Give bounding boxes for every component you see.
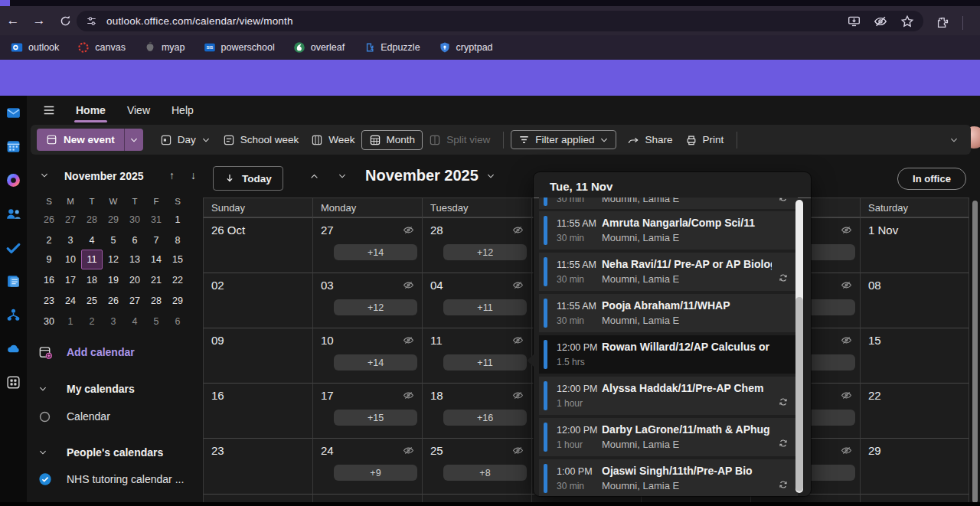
- day-cell-23[interactable]: 23: [203, 438, 312, 494]
- tab-view[interactable]: View: [126, 101, 152, 119]
- mini-calendar-day[interactable]: 24: [60, 291, 81, 311]
- day-cell-26-oct[interactable]: 26 Oct: [203, 217, 312, 273]
- mini-calendar-day[interactable]: 31: [145, 210, 167, 230]
- day-view-button[interactable]: Day: [154, 130, 217, 150]
- mini-calendar-next-icon[interactable]: ↓: [191, 169, 196, 181]
- next-month-icon[interactable]: [338, 171, 347, 181]
- presence-button[interactable]: In office: [897, 168, 966, 190]
- rail-word[interactable]: [0, 264, 27, 298]
- more-events-badge[interactable]: +14: [334, 354, 417, 371]
- more-events-badge[interactable]: +9: [334, 465, 417, 481]
- hamburger-icon[interactable]: [42, 103, 56, 117]
- rail-calendar[interactable]: [0, 129, 27, 163]
- extensions-icon[interactable]: [936, 16, 949, 29]
- rail-org-explorer[interactable]: [0, 298, 27, 331]
- bookmark-overleaf[interactable]: overleaf: [284, 38, 354, 57]
- more-events-badge[interactable]: +11: [443, 299, 527, 315]
- mini-calendar-day[interactable]: 22: [167, 270, 188, 290]
- previous-month-icon[interactable]: [309, 171, 319, 181]
- mini-calendar-day[interactable]: 17: [60, 270, 81, 290]
- checked-calendar-icon[interactable]: [38, 472, 52, 486]
- event-item[interactable]: 11:55 AM30 minPooja Abraham/11/WHAPMoumn…: [539, 294, 798, 332]
- mini-calendar-day[interactable]: 28: [81, 210, 103, 230]
- bookmark-star-icon[interactable]: [900, 15, 914, 28]
- calendar-item[interactable]: Calendar: [27, 408, 203, 425]
- event-item-partial[interactable]: 30 minMoumni, Lamia E: [539, 198, 798, 209]
- event-item[interactable]: 1:00 PM30 minOjaswi Singh/11th/Pre-AP Bi…: [539, 459, 798, 496]
- day-cell-1-nov[interactable]: 1 Nov: [860, 217, 969, 273]
- my-calendars-group[interactable]: My calendars: [27, 380, 203, 397]
- address-bar[interactable]: outlook.office.com/calendar/view/month: [77, 11, 923, 31]
- rail-people[interactable]: [0, 197, 27, 230]
- bookmark-powerschool[interactable]: SISpowerschool: [194, 38, 284, 57]
- mini-calendar-day[interactable]: 10: [60, 250, 81, 269]
- rail-mail[interactable]: [0, 96, 27, 129]
- day-cell-04[interactable]: 04+11: [422, 273, 531, 328]
- mini-calendar-day[interactable]: 13: [124, 250, 145, 269]
- day-cell-08[interactable]: 08: [860, 273, 969, 328]
- mini-calendar-day[interactable]: 19: [103, 270, 124, 290]
- peoples-calendars-group[interactable]: People's calendars: [27, 444, 203, 461]
- mini-calendar-day[interactable]: 2: [81, 312, 103, 331]
- mini-calendar-day[interactable]: 7: [145, 230, 167, 250]
- day-cell-15[interactable]: 15: [860, 328, 969, 384]
- mini-calendar-day[interactable]: 25: [81, 291, 103, 311]
- rail-onedrive[interactable]: [0, 331, 27, 365]
- mini-calendar-day[interactable]: 27: [60, 210, 81, 230]
- mini-calendar-day[interactable]: 28: [145, 291, 167, 311]
- mini-calendar-day[interactable]: 6: [124, 230, 145, 250]
- day-cell-28[interactable]: 28+12: [422, 217, 531, 273]
- back-icon[interactable]: ←: [0, 13, 26, 28]
- mini-calendar-day[interactable]: 3: [103, 312, 124, 331]
- mini-calendar-day[interactable]: 27: [124, 291, 145, 311]
- day-cell-25[interactable]: 25+8: [422, 438, 531, 494]
- day-cell-17[interactable]: 17+15: [312, 383, 422, 439]
- week-view-button[interactable]: Week: [305, 130, 361, 150]
- mini-calendar-day[interactable]: 14: [145, 250, 167, 269]
- main-scrollbar[interactable]: [972, 201, 978, 503]
- month-view-button[interactable]: Month: [361, 130, 423, 150]
- mini-calendar-day[interactable]: 26: [38, 210, 60, 230]
- rail-copilot[interactable]: [0, 163, 27, 197]
- rail-todo[interactable]: [0, 230, 27, 264]
- mini-calendar-prev-icon[interactable]: ↑: [169, 169, 175, 181]
- mini-calendar-day[interactable]: 2: [38, 230, 60, 250]
- split-view-button[interactable]: Split view: [423, 130, 496, 150]
- day-cell-29[interactable]: 29: [860, 438, 969, 494]
- eye-off-icon[interactable]: [874, 15, 887, 28]
- mini-calendar-day[interactable]: 8: [167, 230, 188, 250]
- site-settings-icon[interactable]: [86, 15, 97, 27]
- filter-button[interactable]: Filter applied: [511, 130, 616, 149]
- mini-calendar-day-selected[interactable]: 11: [81, 250, 103, 269]
- popup-scrollbar-thumb[interactable]: [795, 297, 803, 491]
- new-event-button[interactable]: New event: [37, 129, 143, 151]
- school-week-button[interactable]: School week: [217, 130, 305, 150]
- more-events-badge[interactable]: +8: [443, 465, 527, 481]
- collapse-mini-calendar-icon[interactable]: [40, 171, 49, 180]
- print-button[interactable]: Print: [679, 130, 730, 150]
- event-item[interactable]: 12:00 PM1 hourDarby LaGrone/11/math & AP…: [539, 418, 798, 456]
- mini-calendar-day[interactable]: 12: [103, 250, 124, 269]
- calendar-checkbox-icon[interactable]: [38, 410, 51, 423]
- more-events-badge[interactable]: +14: [334, 244, 417, 260]
- day-cell-16[interactable]: 16: [203, 383, 312, 439]
- install-app-icon[interactable]: [848, 15, 861, 28]
- mini-calendar-day[interactable]: 21: [145, 270, 167, 290]
- bookmark-myap[interactable]: myap: [135, 38, 194, 57]
- event-item[interactable]: 11:55 AM30 minNeha Ravi/11/ Pre-AP or AP…: [539, 253, 798, 291]
- mini-calendar-day[interactable]: 5: [145, 312, 167, 331]
- day-cell-24[interactable]: 24+9: [312, 438, 422, 494]
- day-cell-11[interactable]: 11+11: [422, 328, 531, 384]
- url-text[interactable]: outlook.office.com/calendar/view/month: [106, 15, 848, 27]
- mini-calendar-day[interactable]: 23: [38, 291, 60, 311]
- mini-calendar-day[interactable]: 29: [167, 291, 188, 311]
- collapse-ribbon-icon[interactable]: [949, 135, 959, 145]
- mini-calendar-day[interactable]: 4: [81, 230, 103, 250]
- forward-icon[interactable]: →: [26, 13, 52, 28]
- event-item[interactable]: 12:00 PM1 hourAlyssa Haddak/11/Pre-AP Ch…: [539, 377, 798, 415]
- month-title[interactable]: November 2025: [365, 167, 495, 184]
- mini-calendar-day[interactable]: 30: [38, 312, 60, 331]
- day-cell-18[interactable]: 18+16: [422, 383, 531, 439]
- bookmark-outlook[interactable]: outlook: [2, 38, 68, 57]
- rail-more-apps[interactable]: [0, 365, 27, 399]
